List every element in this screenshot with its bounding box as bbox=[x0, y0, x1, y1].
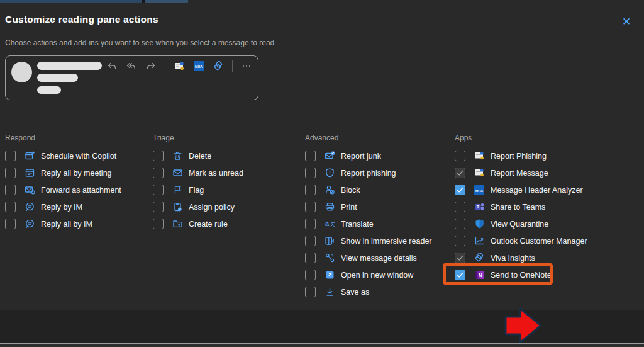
reply-icon[interactable] bbox=[106, 60, 118, 72]
action-row-reply-by-im[interactable]: Reply by IM bbox=[5, 198, 121, 215]
chart-icon bbox=[474, 236, 485, 246]
column-apps: AppsReport PhishingReport MessageMHAMess… bbox=[455, 134, 587, 283]
action-row-block[interactable]: Block bbox=[305, 181, 432, 198]
action-label: Message Header Analyzer bbox=[491, 186, 583, 195]
action-label: View Quarantine bbox=[491, 220, 548, 229]
close-icon[interactable]: ✕ bbox=[619, 14, 634, 30]
action-label: Reply by IM bbox=[41, 203, 82, 212]
reply-all-icon[interactable] bbox=[126, 60, 137, 72]
action-row-report-phishing[interactable]: Report Phishing bbox=[455, 147, 587, 164]
action-row-create-rule[interactable]: Create rule bbox=[153, 215, 243, 232]
onenote-icon: N bbox=[474, 270, 485, 280]
action-row-show-in-immersive-reader[interactable]: Show in immersive reader bbox=[305, 232, 432, 249]
action-label: Create rule bbox=[189, 220, 228, 229]
action-row-print[interactable]: Print bbox=[305, 198, 432, 215]
checkbox-share-to-teams[interactable] bbox=[455, 202, 465, 212]
folder-rule-icon bbox=[172, 219, 183, 229]
action-row-report-phishing[interactable]: Report phishing bbox=[305, 164, 432, 181]
action-label: Forward as attachment bbox=[41, 186, 121, 195]
mha-icon[interactable]: MHA bbox=[193, 60, 204, 72]
action-row-forward-as-attachment[interactable]: Forward as attachment bbox=[5, 181, 121, 198]
viva-icon[interactable] bbox=[213, 60, 224, 72]
checkbox-forward-as-attachment[interactable] bbox=[5, 185, 16, 195]
svg-text:a: a bbox=[325, 220, 330, 227]
checkbox-show-in-immersive-reader[interactable] bbox=[305, 236, 316, 246]
report-addin-icon bbox=[474, 151, 485, 161]
checkbox-mark-as-unread[interactable] bbox=[153, 168, 164, 178]
checkbox-open-in-new-window[interactable] bbox=[305, 270, 316, 280]
avatar bbox=[11, 62, 32, 82]
checkbox-translate[interactable] bbox=[305, 219, 316, 229]
action-label: Assign policy bbox=[189, 203, 235, 212]
report-addin-icon[interactable] bbox=[174, 60, 185, 72]
reading-pane-preview: MHA bbox=[5, 55, 258, 100]
checkbox-view-quarantine[interactable] bbox=[455, 219, 465, 229]
action-row-mark-as-unread[interactable]: Mark as unread bbox=[153, 164, 243, 181]
checkbox-report-junk[interactable] bbox=[305, 151, 316, 161]
action-row-view-message-details[interactable]: View message details bbox=[305, 249, 432, 266]
action-row-view-quarantine[interactable]: View Quarantine bbox=[455, 215, 587, 232]
checkbox-report-phishing[interactable] bbox=[305, 168, 316, 178]
checkbox-message-header-analyzer[interactable] bbox=[455, 185, 465, 195]
trash-icon bbox=[172, 151, 183, 161]
customize-reading-pane-dialog: Customize reading pane actions ✕ Choose … bbox=[0, 0, 644, 347]
action-row-flag[interactable]: Flag bbox=[153, 181, 243, 198]
checkbox-schedule-with-copilot[interactable] bbox=[5, 151, 16, 161]
forward-icon[interactable] bbox=[145, 60, 157, 72]
shield-alert-icon bbox=[324, 168, 335, 178]
action-row-send-to-onenote[interactable]: NSend to OneNote bbox=[455, 266, 587, 283]
action-row-message-header-analyzer[interactable]: MHAMessage Header Analyzer bbox=[455, 181, 587, 198]
action-label: Share to Teams bbox=[491, 203, 545, 212]
action-row-open-in-new-window[interactable]: Open in new window bbox=[305, 266, 432, 283]
action-row-schedule-with-copilot[interactable]: Schedule with Copilot bbox=[5, 147, 121, 164]
action-label: Outlook Customer Manager bbox=[491, 237, 587, 246]
flag-icon bbox=[172, 185, 183, 195]
more-icon[interactable] bbox=[241, 60, 252, 72]
action-row-translate[interactable]: aTranslate bbox=[305, 215, 432, 232]
checkbox-viva-insights bbox=[455, 253, 465, 263]
checkbox-outlook-customer-manager[interactable] bbox=[455, 236, 465, 246]
column-header: Apps bbox=[455, 134, 587, 144]
checkbox-save-as[interactable] bbox=[305, 287, 316, 297]
action-label: Print bbox=[341, 203, 357, 212]
action-label: Report phishing bbox=[341, 169, 396, 178]
action-row-outlook-customer-manager[interactable]: Outlook Customer Manager bbox=[455, 232, 587, 249]
clipboard-icon bbox=[172, 202, 183, 212]
column-header: Triage bbox=[153, 134, 243, 144]
svg-text:T: T bbox=[477, 205, 479, 209]
checkbox-report-message bbox=[455, 168, 465, 178]
action-row-report-junk[interactable]: Report junk bbox=[305, 147, 432, 164]
mha-icon: MHA bbox=[474, 185, 485, 195]
checkbox-print[interactable] bbox=[305, 202, 316, 212]
checkbox-report-phishing[interactable] bbox=[455, 151, 465, 161]
action-label: Translate bbox=[341, 220, 374, 229]
checkbox-reply-all-by-im[interactable] bbox=[5, 219, 16, 229]
skeleton-line bbox=[37, 74, 78, 82]
toolbar-divider bbox=[232, 60, 233, 72]
column-header: Advanced bbox=[305, 134, 432, 144]
action-row-reply-all-by-meeting[interactable]: Reply all by meeting bbox=[5, 164, 121, 181]
action-label: Mark as unread bbox=[189, 169, 243, 178]
calendar-icon bbox=[24, 168, 35, 178]
action-row-delete[interactable]: Delete bbox=[153, 147, 243, 164]
action-row-share-to-teams[interactable]: TShare to Teams bbox=[455, 198, 587, 215]
action-row-assign-policy[interactable]: Assign policy bbox=[153, 198, 243, 215]
checkbox-view-message-details[interactable] bbox=[305, 253, 316, 263]
checkbox-reply-by-im[interactable] bbox=[5, 202, 16, 212]
svg-text:MHA: MHA bbox=[195, 65, 203, 69]
action-row-reply-all-by-im[interactable]: Reply all by IM bbox=[5, 215, 121, 232]
checkbox-assign-policy[interactable] bbox=[153, 202, 164, 212]
checkbox-reply-all-by-meeting[interactable] bbox=[5, 168, 16, 178]
action-row-report-message[interactable]: Report Message bbox=[455, 164, 587, 181]
action-label: View message details bbox=[341, 254, 417, 263]
checkbox-block[interactable] bbox=[305, 185, 316, 195]
checkbox-send-to-onenote[interactable] bbox=[455, 270, 465, 280]
checkbox-delete[interactable] bbox=[153, 151, 164, 161]
report-addin-icon bbox=[474, 168, 485, 178]
branch-icon bbox=[324, 253, 335, 263]
checkbox-flag[interactable] bbox=[153, 185, 164, 195]
action-row-save-as[interactable]: Save as bbox=[305, 283, 432, 300]
action-label: Flag bbox=[189, 186, 204, 195]
action-row-viva-insights[interactable]: Viva Insights bbox=[455, 249, 587, 266]
checkbox-create-rule[interactable] bbox=[153, 219, 164, 229]
